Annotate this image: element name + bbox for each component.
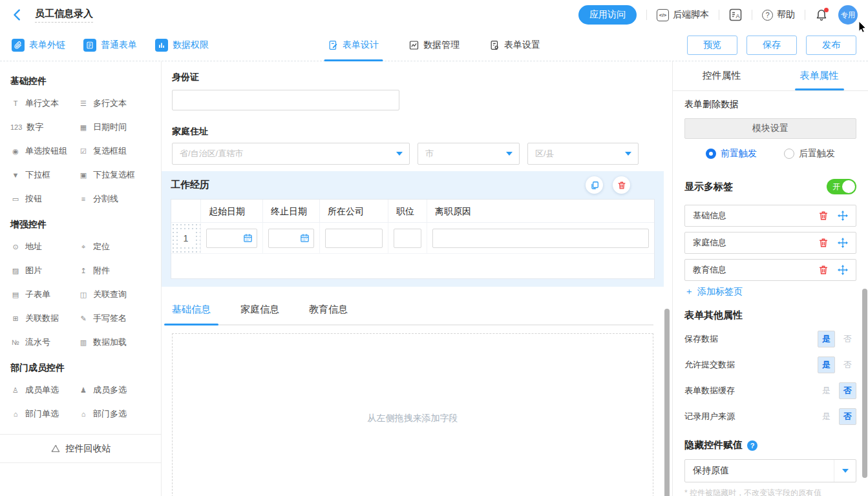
move-tab-icon[interactable]	[838, 265, 848, 275]
widget-item[interactable]: ◫ 关联查询	[78, 289, 151, 300]
multi-tab-row: 显示多标签 开	[684, 179, 856, 194]
copy-button[interactable]	[586, 176, 603, 194]
no-option[interactable]: 否	[839, 382, 856, 399]
back-icon[interactable]	[10, 8, 25, 22]
trigger-radio-option[interactable]: 后置触发	[784, 148, 835, 160]
user-avatar[interactable]: 专用	[838, 5, 858, 25]
widget-item[interactable]: ⌂ 部门多选	[78, 408, 151, 420]
backend-script-button[interactable]: </> 后端脚本	[657, 9, 709, 21]
publish-button[interactable]: 发布	[806, 36, 856, 55]
copy-icon	[590, 181, 599, 190]
plus-icon: ＋	[684, 286, 693, 298]
move-tab-icon[interactable]	[838, 238, 848, 248]
tab-data-management[interactable]: 数据管理	[408, 30, 460, 61]
widget-item[interactable]: ♟ 成员多选	[78, 384, 151, 396]
dropzone[interactable]: 从左侧拖拽来添加字段	[172, 333, 653, 496]
panel-scrollbar[interactable]	[862, 289, 867, 478]
widget-item[interactable]: ♙ 成员单选	[10, 384, 78, 396]
properties-tab[interactable]: 表单属性	[770, 61, 868, 90]
normal-form-link[interactable]: 普通表单	[83, 39, 137, 52]
district-select[interactable]: 区/县	[527, 143, 639, 165]
widget-item[interactable]: ≡ 分割线	[78, 193, 151, 205]
canvas-tab[interactable]: 教育信息	[309, 304, 348, 316]
yes-option[interactable]: 是	[818, 408, 835, 425]
row-number-cell[interactable]: 1	[171, 223, 201, 254]
widget-item[interactable]: ▦ 日期时间	[78, 121, 151, 133]
widget-item[interactable]: ⌂ 部门单选	[10, 408, 78, 420]
widget-item[interactable]: ⊙ 地址	[10, 241, 78, 253]
canvas-scrollbar[interactable]	[664, 309, 670, 496]
company-input[interactable]	[325, 229, 383, 248]
properties-tab[interactable]: 控件属性	[673, 61, 770, 90]
help-button[interactable]: ? 帮助	[762, 9, 795, 21]
tab-form-settings[interactable]: 表单设置	[489, 30, 540, 61]
page-title[interactable]: 员工信息录入	[35, 8, 93, 23]
translate-button[interactable]: A	[729, 8, 742, 21]
subform-empty-area	[171, 254, 654, 278]
canvas-tab[interactable]: 基础信息	[172, 304, 211, 316]
canvas-tab[interactable]: 家庭信息	[240, 304, 279, 316]
widget-item[interactable]: ▣ 下拉复选框	[78, 169, 151, 181]
move-tab-icon[interactable]	[838, 211, 848, 221]
widget-section-members: 部门成员控件 ♙ 成员单选 ♟ 成员多选 ⌂	[0, 362, 161, 420]
chevron-down-icon	[619, 143, 638, 164]
widget-item[interactable]: ☰ 多行文本	[78, 98, 151, 109]
widget-item[interactable]: ▤ 子表单	[10, 289, 78, 300]
widget-item[interactable]: ⌖ 定位	[78, 241, 151, 253]
dropzone-hint: 从左侧拖拽来添加字段	[368, 413, 458, 424]
widget-item[interactable]: ☑ 复选框组	[78, 145, 151, 157]
bar-chart-icon	[155, 39, 168, 52]
column-header: 离职原因	[427, 200, 654, 223]
calendar-icon	[243, 233, 253, 243]
no-option[interactable]: 否	[839, 408, 856, 425]
no-option[interactable]: 否	[839, 356, 856, 373]
widget-item[interactable]: ▥ 数据加载	[78, 336, 151, 348]
chevron-down-icon	[390, 143, 409, 164]
module-settings-button[interactable]: 模块设置	[684, 118, 856, 139]
widget-item[interactable]: ▨ 图片	[10, 265, 78, 276]
data-permission-link[interactable]: 数据权限	[155, 39, 209, 52]
delete-tab-icon[interactable]	[818, 211, 829, 221]
yes-option[interactable]: 是	[818, 331, 835, 347]
field-home-address[interactable]: 家庭住址 省/自治区/直辖市 市 区/县	[172, 126, 664, 165]
form-external-link[interactable]: 表单外链	[12, 39, 65, 52]
app-access-button[interactable]: 应用访问	[578, 5, 637, 25]
widget-item[interactable]: № 流水号	[10, 336, 78, 348]
preview-button[interactable]: 预览	[687, 36, 737, 55]
trigger-radio-option[interactable]: 前置触发	[706, 148, 757, 160]
widget-item[interactable]: ▭ 按钮	[10, 193, 78, 205]
delete-button[interactable]	[613, 176, 630, 194]
yes-option[interactable]: 是	[818, 382, 835, 399]
start-date-input[interactable]	[206, 229, 257, 248]
widget-item[interactable]: T 单行文本	[10, 98, 78, 109]
yes-option[interactable]: 是	[818, 356, 835, 373]
hidden-assign-select[interactable]: 保持原值	[684, 459, 856, 482]
no-option[interactable]: 否	[839, 331, 856, 347]
leave-reason-input[interactable]	[432, 229, 649, 248]
widget-item[interactable]: ⊞ 关联数据	[10, 313, 78, 324]
subform-work-experience[interactable]: 工作经历 起始日期 终止日期	[162, 171, 664, 287]
position-input[interactable]	[394, 229, 421, 248]
id-card-input[interactable]	[172, 90, 399, 110]
widget-icon: ⌂	[10, 409, 21, 418]
widget-item[interactable]: ✎ 手写签名	[78, 313, 151, 324]
multi-tab-toggle[interactable]: 开	[827, 179, 856, 194]
widget-item[interactable]: ◉ 单选按钮组	[10, 145, 78, 157]
delete-tab-icon[interactable]	[818, 238, 829, 248]
divider	[752, 10, 752, 20]
widget-recycle-bin[interactable]: 控件回收站	[0, 434, 161, 463]
help-tooltip-icon[interactable]: ?	[747, 440, 757, 451]
widget-item[interactable]: ▼ 下拉框	[10, 169, 78, 181]
end-date-input[interactable]	[268, 229, 314, 248]
delete-tab-icon[interactable]	[818, 265, 829, 275]
province-select[interactable]: 省/自治区/直辖市	[172, 143, 410, 165]
city-select[interactable]: 市	[418, 143, 520, 165]
widget-item[interactable]: 123 数字	[10, 121, 78, 133]
save-button[interactable]: 保存	[746, 36, 797, 55]
toolbar: 表单外链 普通表单 数据权限 表单设计 数据管理	[0, 30, 868, 61]
add-tab-link[interactable]: ＋ 添加标签页	[684, 286, 856, 298]
field-id-card[interactable]: 身份证	[172, 72, 664, 110]
tab-form-design[interactable]: 表单设计	[328, 30, 379, 61]
notifications-bell-icon[interactable]	[815, 8, 828, 22]
widget-item[interactable]: ↥ 附件	[78, 265, 151, 276]
